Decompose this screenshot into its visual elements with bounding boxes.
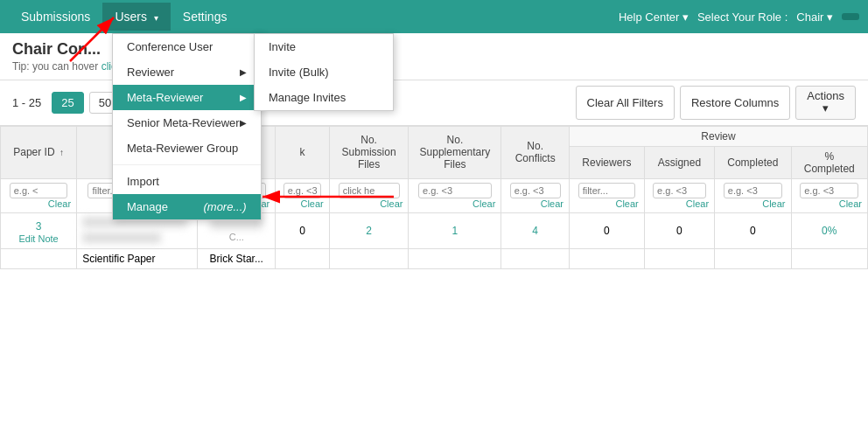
- menu-item-reviewer[interactable]: Reviewer ▶: [113, 59, 261, 85]
- menu-item-meta-reviewer[interactable]: Meta-Reviewer ▶: [113, 85, 261, 110]
- clear-submission[interactable]: Clear: [335, 198, 403, 209]
- filter-paper-id[interactable]: [10, 183, 68, 198]
- conflicts-cell[interactable]: 4: [501, 212, 570, 248]
- filter-k[interactable]: [284, 183, 322, 198]
- menu-item-senior-meta-reviewer[interactable]: Senior Meta-Reviewer ▶: [113, 110, 261, 136]
- menu-item-conference-user[interactable]: Conference User: [113, 34, 261, 59]
- filter-reviewers[interactable]: [578, 183, 635, 198]
- users-dropdown-menu: Conference User Reviewer ▶ Meta-Reviewer…: [112, 33, 262, 220]
- reviewers-cell: 0: [569, 212, 644, 248]
- filter-conflicts[interactable]: [510, 183, 561, 198]
- clear-k[interactable]: Clear: [281, 198, 323, 209]
- clear-filters-button[interactable]: Clear All Filters: [576, 86, 675, 120]
- paper-id-cell-2: [1, 248, 77, 268]
- clear-assigned[interactable]: Clear: [650, 198, 709, 209]
- nav-users[interactable]: Users ▾: [102, 3, 170, 31]
- top-navigation: Submissions Users ▾ Settings Help Center…: [0, 0, 868, 33]
- col-k[interactable]: k: [276, 126, 329, 178]
- k-cell: 0: [276, 212, 329, 248]
- assigned-cell: 0: [644, 212, 714, 248]
- meta-submenu-manage-invites[interactable]: Manage Invites: [255, 85, 393, 110]
- menu-item-manage[interactable]: Manage (more...): [113, 194, 261, 219]
- clear-supplementary[interactable]: Clear: [414, 198, 495, 209]
- paper-id-link[interactable]: 3: [6, 220, 71, 233]
- nav-settings[interactable]: Settings: [171, 3, 240, 31]
- clear-paper-id[interactable]: Clear: [6, 198, 71, 209]
- col-reviewers[interactable]: Reviewers: [569, 146, 644, 178]
- restore-columns-button[interactable]: Restore Columns: [680, 86, 790, 120]
- page-range: 1 - 25: [12, 96, 41, 109]
- nav-submissions[interactable]: Submissions: [9, 3, 102, 31]
- completed-cell: 0: [715, 212, 791, 248]
- filter-assigned[interactable]: [653, 183, 706, 198]
- paper-id-cell: 3 Edit Note: [1, 212, 77, 248]
- filter-completed[interactable]: [724, 183, 782, 198]
- filter-submission[interactable]: [339, 183, 400, 198]
- col-pct-completed[interactable]: %Completed: [791, 146, 867, 178]
- senior-meta-submenu-arrow: ▶: [240, 118, 247, 128]
- col-paper-id[interactable]: Paper ID ↑: [1, 126, 77, 178]
- filter-supplementary[interactable]: [418, 183, 492, 198]
- help-center[interactable]: Help Center ▾: [619, 10, 689, 24]
- supplementary-files-cell[interactable]: 1: [409, 212, 501, 248]
- authors-cell-2: Brick Star...: [198, 248, 276, 268]
- col-conflicts[interactable]: No.Conflicts: [501, 126, 570, 178]
- clear-completed[interactable]: Clear: [720, 198, 785, 209]
- filter-pct[interactable]: [800, 183, 858, 198]
- submission-files-cell[interactable]: 2: [329, 212, 409, 248]
- role-label: Select Your Role :: [697, 10, 788, 24]
- col-completed[interactable]: Completed: [715, 146, 791, 178]
- title-cell-2: Scientific Paper: [77, 248, 198, 268]
- user-button[interactable]: [842, 13, 859, 20]
- menu-item-import[interactable]: Import: [113, 169, 261, 194]
- col-submission-files[interactable]: No.SubmissionFiles: [329, 126, 409, 178]
- chair-role[interactable]: Chair ▾: [796, 10, 833, 24]
- col-assigned[interactable]: Assigned: [644, 146, 714, 178]
- col-review-group: Review: [569, 126, 867, 146]
- menu-item-meta-reviewer-group[interactable]: Meta-Reviewer Group: [113, 136, 261, 161]
- meta-submenu-invite-bulk[interactable]: Invite (Bulk): [255, 59, 393, 85]
- edit-note-link[interactable]: Edit Note: [18, 233, 58, 244]
- pct-completed-cell: 0%: [791, 212, 867, 248]
- reviewer-submenu-arrow: ▶: [240, 67, 247, 77]
- actions-button[interactable]: Actions ▾: [795, 86, 856, 120]
- meta-reviewer-submenu-arrow: ▶: [240, 93, 247, 102]
- clear-reviewers[interactable]: Clear: [575, 198, 639, 209]
- page-btn-25[interactable]: 25: [52, 92, 83, 114]
- col-supplementary-files[interactable]: No.SupplementaryFiles: [409, 126, 501, 178]
- meta-reviewer-submenu-menu: Invite Invite (Bulk) Manage Invites: [254, 33, 394, 111]
- menu-divider-1: [113, 164, 261, 165]
- meta-submenu-invite[interactable]: Invite: [255, 34, 393, 59]
- clear-conflicts[interactable]: Clear: [507, 198, 564, 209]
- table-row: Scientific Paper Brick Star...: [1, 248, 868, 268]
- clear-pct[interactable]: Clear: [797, 198, 862, 209]
